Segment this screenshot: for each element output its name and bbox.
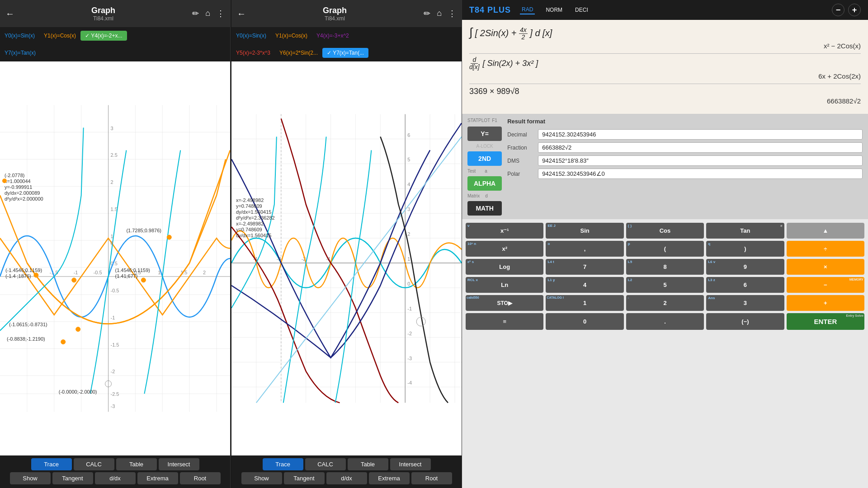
key-4[interactable]: L1 y 4 [546, 277, 623, 293]
extrema-btn-2[interactable]: Extrema [369, 472, 410, 484]
key-5[interactable]: L2 5 [626, 277, 704, 293]
key-decimal[interactable]: . [626, 313, 704, 330]
key-ln[interactable]: RCL x Ln [466, 277, 543, 293]
show-btn-1[interactable]: Show [10, 472, 51, 484]
maximize-btn[interactable]: + [848, 4, 861, 16]
trace-btn-1[interactable]: Trace [31, 458, 72, 470]
calc-btn-2[interactable]: CALC [305, 458, 346, 470]
key-comma[interactable]: o , [546, 241, 623, 257]
ddx-btn-2[interactable]: d/dx [326, 472, 367, 484]
func2-tab-y6[interactable]: Y6(x)=2*Sin(2... [275, 48, 322, 58]
key-xsq[interactable]: 10ⁿ n x² [466, 241, 543, 257]
graph-panel-1: ← Graph Ti84.xml ✏ ⌂ ⋮ Y0(x)=Sin(x) Y1(x… [0, 0, 231, 488]
key-minus[interactable]: MEMORY − [787, 277, 864, 293]
key-negate[interactable]: (−) [706, 313, 784, 330]
svg-text:3: 3 [407, 206, 410, 212]
pencil-icon-2[interactable]: ✏ [424, 9, 430, 19]
format-row-dms: DMS 9424152°18′8.83″ [507, 155, 863, 166]
home-icon-2[interactable]: ⌂ [437, 9, 442, 19]
second-button[interactable]: 2ND [467, 151, 502, 166]
key-sto[interactable]: ca8d550 STO▶ [466, 295, 543, 311]
func2-tab-y7[interactable]: ✓ Y7(x)=Tan(... [322, 48, 368, 58]
pencil-icon-1[interactable]: ✏ [192, 9, 199, 19]
key-xinv[interactable]: v x⁻¹ [466, 223, 543, 239]
ddx-btn-1[interactable]: d/dx [95, 472, 136, 484]
extrema-btn-1[interactable]: Extrema [137, 472, 178, 484]
format-row-fraction: Fraction 6663882√2 [507, 142, 863, 153]
root-btn-1[interactable]: Root [180, 472, 221, 484]
svg-rect-64 [231, 114, 462, 403]
svg-text:-1.5: -1.5 [111, 342, 119, 347]
svg-text:-1: -1 [74, 270, 78, 275]
key-menu[interactable]: ≡ [466, 313, 543, 330]
root-btn-2[interactable]: Root [411, 472, 452, 484]
home-icon-1[interactable]: ⌂ [205, 9, 210, 19]
more-icon-2[interactable]: ⋮ [448, 9, 456, 19]
math-button[interactable]: MATH [467, 201, 502, 216]
key-plus[interactable]: + [787, 295, 864, 311]
func-tab-y4[interactable]: ✓ Y4(x)=-2+x... [80, 31, 127, 41]
svg-text:(-1.0615;-0.8731): (-1.0615;-0.8731) [9, 322, 47, 327]
key-3[interactable]: Ans 3 [706, 295, 784, 311]
func-tab-y7[interactable]: Y7(x)=Tan(x) [0, 48, 40, 58]
key-rparen[interactable]: q ) [706, 241, 784, 257]
toolbar-row1-1: Trace CALC Table Intersect [2, 458, 228, 470]
svg-text:-4: -4 [407, 380, 412, 385]
keypad: v x⁻¹ EE J Sin { } Cos e Tan ▲ 10ⁿ n x² [462, 219, 868, 333]
key-7[interactable]: L4 t 7 [546, 259, 623, 275]
func2-tab-y0[interactable]: Y0(x)=Sin(x) [231, 31, 271, 41]
key-sin[interactable]: EE J Sin [546, 223, 623, 239]
key-8[interactable]: L5 8 [626, 259, 704, 275]
keypad-row-2: 10ⁿ n x² o , p ( q ) ÷ [466, 241, 864, 257]
back-button-2[interactable]: ← [237, 9, 246, 19]
svg-text:-3: -3 [111, 404, 115, 409]
key-enter[interactable]: Entry Solve ENTER [787, 313, 864, 330]
key-1[interactable]: CATALOG I 1 [546, 295, 623, 311]
key-up-arrow[interactable]: ▲ [787, 223, 864, 239]
key-6[interactable]: L3 z 6 [706, 277, 784, 293]
func2-tab-y4[interactable]: Y4(x)=-3+x^2 [312, 31, 354, 41]
key-tan[interactable]: e Tan [706, 223, 784, 239]
func-tab-y1[interactable]: Y1(x)=Cos(x) [39, 31, 80, 41]
key-divide[interactable]: ÷ [787, 241, 864, 257]
mode-norm[interactable]: NORM [544, 6, 564, 14]
svg-text:d²y/d²x=2.336282: d²y/d²x=2.336282 [236, 215, 275, 221]
tangent-btn-2[interactable]: Tangent [284, 472, 325, 484]
key-0[interactable]: 0 [546, 313, 623, 330]
key-cos[interactable]: { } Cos [626, 223, 704, 239]
svg-text:3: 3 [111, 126, 113, 131]
key-log[interactable]: eˢ s Log [466, 259, 543, 275]
more-icon-1[interactable]: ⋮ [217, 9, 225, 19]
calc-brand: T84 PLUS [469, 5, 511, 15]
intersect-btn-1[interactable]: Intersect [159, 458, 199, 470]
show-btn-2[interactable]: Show [241, 472, 282, 484]
svg-text:y=-0.999911: y=-0.999911 [5, 184, 32, 190]
svg-text:4: 4 [407, 182, 410, 187]
minimize-btn[interactable]: − [832, 4, 844, 16]
svg-text:0: 0 [407, 281, 410, 286]
toolbar-row2-2: Show Tangent d/dx Extrema Root [233, 472, 460, 484]
mode-rad[interactable]: RAD [520, 5, 535, 14]
ym-button[interactable]: Y= [467, 127, 502, 141]
trace-btn-2[interactable]: Trace [263, 458, 303, 470]
mode-deci[interactable]: DECI [573, 6, 590, 14]
func-tab-y0[interactable]: Y0(x)=Sin(x) [0, 31, 39, 41]
svg-point-45 [76, 327, 80, 332]
svg-text:2.5: 2.5 [111, 152, 118, 158]
table-btn-2[interactable]: Table [348, 458, 388, 470]
key-9[interactable]: L6 v 9 [706, 259, 784, 275]
graph-title-2: Graph [250, 6, 419, 15]
intersect-btn-2[interactable]: Intersect [390, 458, 431, 470]
table-btn-1[interactable]: Table [116, 458, 157, 470]
calc-btn-1[interactable]: CALC [74, 458, 114, 470]
expr-derivative: d d[x] [ Sin(2x) + 3x² ] 6x + 2Cos(2x) [469, 56, 861, 80]
tangent-btn-1[interactable]: Tangent [52, 472, 93, 484]
key-2[interactable]: · 2 [626, 295, 704, 311]
key-multiply[interactable]: × [787, 259, 864, 275]
func2-tab-y1[interactable]: Y1(x)=Cos(x) [271, 31, 312, 41]
back-button-1[interactable]: ← [5, 9, 14, 19]
key-lparen[interactable]: p ( [626, 241, 704, 257]
func2-tab-y5[interactable]: Y5(x)=2-3*x^3 [231, 48, 275, 58]
alpha-button[interactable]: ALPHA [467, 176, 502, 191]
graph-bottom-1: Trace CALC Table Intersect Show Tangent … [0, 455, 230, 488]
